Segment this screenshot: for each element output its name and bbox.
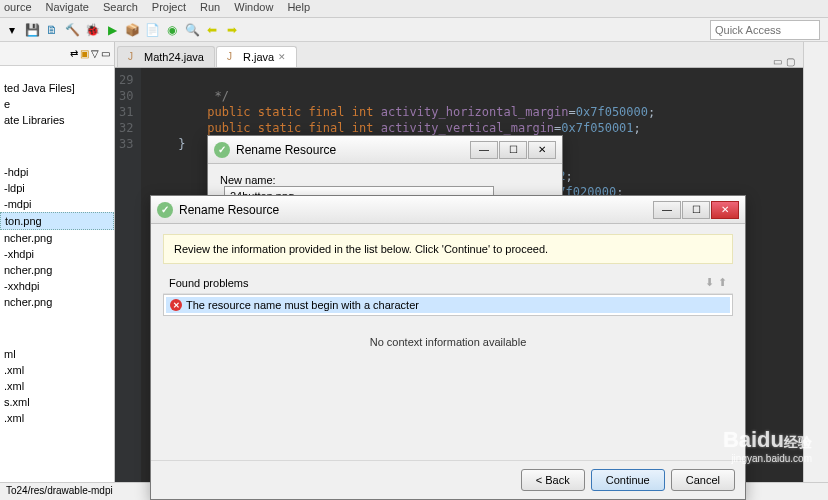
minimize-icon[interactable]: ▭ — [773, 56, 782, 67]
java-icon: J — [128, 51, 140, 63]
problem-list: ✕ The resource name must begin with a ch… — [163, 294, 733, 316]
tree-item[interactable]: .xml — [0, 378, 114, 394]
new-icon[interactable]: ▾ — [4, 22, 20, 38]
tree-item[interactable]: .xml — [0, 362, 114, 378]
menu-item[interactable]: Help — [287, 1, 310, 16]
editor-tab-active[interactable]: J R.java ✕ — [216, 46, 297, 67]
dialog-title-text: Rename Resource — [236, 143, 336, 157]
tree-item[interactable]: -xxhdpi — [0, 278, 114, 294]
java-icon: J — [227, 51, 239, 63]
menu-item[interactable]: Navigate — [46, 1, 89, 16]
status-path: To24/res/drawable-mdpi — [6, 485, 113, 496]
editor-tab[interactable]: J Math24.java — [117, 46, 215, 67]
debug-icon[interactable]: 🐞 — [84, 22, 100, 38]
tree-item[interactable]: s.xml — [0, 394, 114, 410]
tree-item[interactable]: e — [0, 96, 114, 112]
tree-item[interactable]: -mdpi — [0, 196, 114, 212]
error-icon: ✕ — [170, 299, 182, 311]
tab-label: R.java — [243, 51, 274, 63]
tree-item[interactable]: ncher.png — [0, 230, 114, 246]
minimize-icon[interactable]: ▭ — [101, 48, 110, 59]
tree-item[interactable]: .xml — [0, 410, 114, 426]
back-icon[interactable]: ⬅ — [204, 22, 220, 38]
dialog-icon: ✓ — [214, 142, 230, 158]
tree-item[interactable]: ml — [0, 346, 114, 362]
tree-item-selected[interactable]: ton.png — [0, 212, 114, 230]
info-banner: Review the information provided in the l… — [163, 234, 733, 264]
section-header: Found problems ⬇ ⬆ — [163, 272, 733, 294]
dialog-buttons: < Back Continue Cancel — [151, 460, 745, 499]
rename-dialog-large: ✓ Rename Resource — ☐ ✕ Review the infor… — [150, 195, 746, 500]
continue-button[interactable]: Continue — [591, 469, 665, 491]
cancel-button[interactable]: Cancel — [671, 469, 735, 491]
menu-item[interactable]: ource — [4, 1, 32, 16]
new-project-icon[interactable]: 📄 — [144, 22, 160, 38]
tree-item[interactable]: -xhdpi — [0, 246, 114, 262]
watermark: Baidu经验 jingyan.baidu.com — [723, 427, 812, 464]
problem-item[interactable]: ✕ The resource name must begin with a ch… — [166, 297, 730, 313]
right-trim — [803, 42, 828, 482]
close-button[interactable]: ✕ — [711, 201, 739, 219]
editor-tabs: J Math24.java J R.java ✕ ▭ ▢ — [115, 42, 803, 68]
menubar: ource Navigate Search Project Run Window… — [0, 0, 828, 18]
explorer-toolbar: ⇄ ▣ ▽ ▭ — [0, 42, 114, 66]
link-icon[interactable]: ⇄ — [70, 48, 78, 59]
dialog-titlebar[interactable]: ✓ Rename Resource — ☐ ✕ — [208, 136, 562, 164]
tree-item[interactable]: ted Java Files] — [0, 80, 114, 96]
field-label: New name: — [220, 174, 276, 186]
save-all-icon[interactable]: 🗎 — [44, 22, 60, 38]
class-icon[interactable]: ◉ — [164, 22, 180, 38]
maximize-icon[interactable]: ▢ — [786, 56, 795, 67]
close-icon[interactable]: ✕ — [278, 52, 286, 62]
tree-item[interactable]: ate Libraries — [0, 112, 114, 128]
down-arrow-icon[interactable]: ⬇ — [705, 276, 714, 289]
project-explorer: ⇄ ▣ ▽ ▭ ted Java Files] e ate Libraries … — [0, 42, 115, 482]
menu-item[interactable]: Search — [103, 1, 138, 16]
menu-item[interactable]: Run — [200, 1, 220, 16]
up-arrow-icon[interactable]: ⬆ — [718, 276, 727, 289]
minimize-button[interactable]: — — [653, 201, 681, 219]
package-icon[interactable]: 📦 — [124, 22, 140, 38]
dialog-icon: ✓ — [157, 202, 173, 218]
menu-icon[interactable]: ▽ — [91, 48, 99, 59]
tab-label: Math24.java — [144, 51, 204, 63]
context-empty: No context information available — [163, 316, 733, 368]
maximize-button[interactable]: ☐ — [682, 201, 710, 219]
editor-controls: ▭ ▢ — [773, 56, 801, 67]
tree-item[interactable]: ncher.png — [0, 262, 114, 278]
search-icon[interactable]: 🔍 — [184, 22, 200, 38]
section-title: Found problems — [169, 277, 249, 289]
main-toolbar: ▾ 💾 🗎 🔨 🐞 ▶ 📦 📄 ◉ 🔍 ⬅ ➡ — [0, 18, 828, 42]
maximize-button[interactable]: ☐ — [499, 141, 527, 159]
quick-access-input[interactable] — [710, 20, 820, 40]
forward-icon[interactable]: ➡ — [224, 22, 240, 38]
hammer-icon[interactable]: 🔨 — [64, 22, 80, 38]
tree-item[interactable]: ncher.png — [0, 294, 114, 310]
dialog-title-text: Rename Resource — [179, 203, 279, 217]
save-icon[interactable]: 💾 — [24, 22, 40, 38]
tree-item[interactable]: -ldpi — [0, 180, 114, 196]
menu-item[interactable]: Window — [234, 1, 273, 16]
problem-text: The resource name must begin with a char… — [186, 299, 419, 311]
dialog-titlebar[interactable]: ✓ Rename Resource — ☐ ✕ — [151, 196, 745, 224]
menu-item[interactable]: Project — [152, 1, 186, 16]
run-icon[interactable]: ▶ — [104, 22, 120, 38]
close-button[interactable]: ✕ — [528, 141, 556, 159]
line-gutter: 2930313233 — [115, 68, 141, 482]
minimize-button[interactable]: — — [470, 141, 498, 159]
tree-item[interactable]: -hdpi — [0, 164, 114, 180]
back-button[interactable]: < Back — [521, 469, 585, 491]
collapse-icon[interactable]: ▣ — [80, 48, 89, 59]
